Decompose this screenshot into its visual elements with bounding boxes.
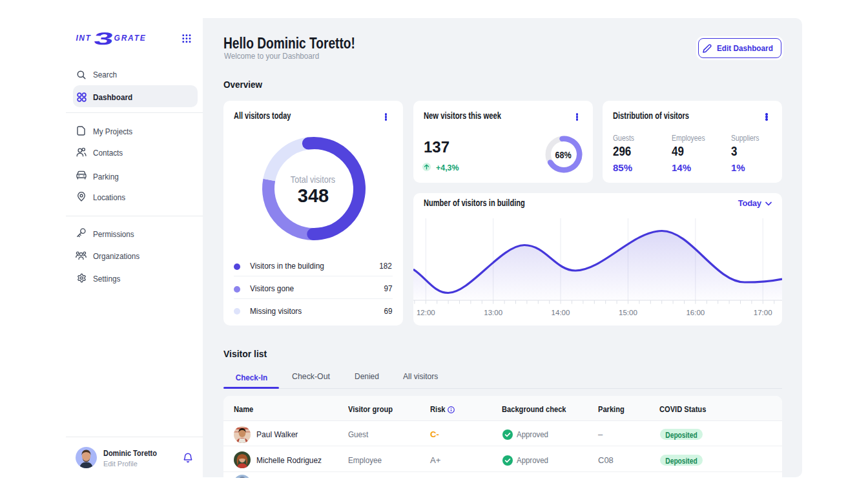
svg-text:15:00: 15:00 xyxy=(619,309,637,316)
svg-text:12:00: 12:00 xyxy=(417,309,435,316)
svg-text:14:00: 14:00 xyxy=(552,309,570,316)
svg-text:3: 3 xyxy=(92,32,113,45)
svg-text:13:00: 13:00 xyxy=(484,309,502,316)
svg-text:16:00: 16:00 xyxy=(686,309,705,316)
svg-text:17:00: 17:00 xyxy=(754,309,772,316)
